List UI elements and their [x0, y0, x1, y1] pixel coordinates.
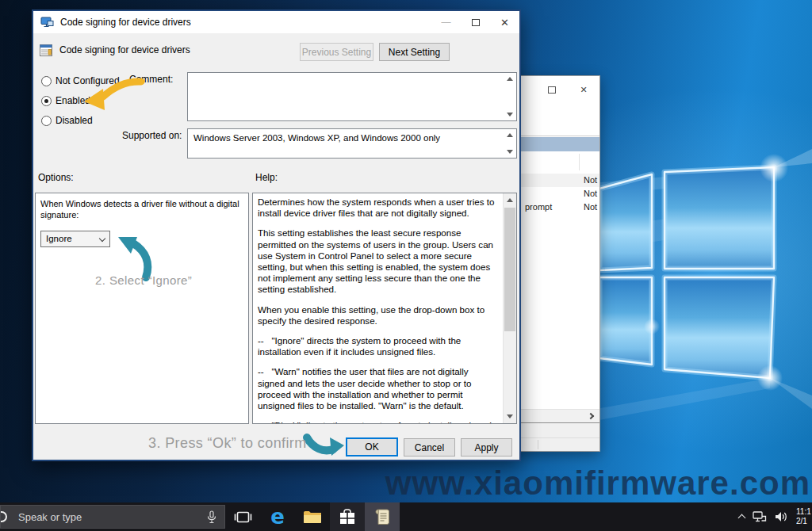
policy-name: prompt	[525, 201, 552, 214]
scroll-up-icon	[507, 198, 513, 202]
tray-chevron-up-icon[interactable]	[738, 514, 746, 522]
supported-on-label: Supported on:	[122, 130, 182, 141]
policy-list-row[interactable]: Not	[516, 187, 599, 201]
dialog-titlebar: Code signing for device drivers — ✕	[33, 11, 519, 33]
help-paragraph: When you enable this setting, use the dr…	[258, 304, 497, 327]
minimize-icon: —	[442, 17, 451, 28]
help-panel: Determines how the system responds when …	[252, 193, 517, 424]
maximize-icon	[548, 86, 556, 94]
policy-state: Not	[584, 187, 597, 201]
options-label: Options:	[38, 172, 74, 183]
setting-name: Code signing for device drivers	[59, 44, 190, 55]
edge-browser-button[interactable]: e	[260, 502, 295, 531]
microphone-icon[interactable]	[207, 510, 216, 524]
setting-name-row: Code signing for device drivers	[33, 40, 190, 60]
radio-circle	[41, 116, 52, 126]
chevron-down-icon	[99, 235, 105, 242]
close-button[interactable]: ✕	[490, 11, 519, 33]
radio-label: Disabled	[56, 115, 93, 126]
close-icon: ✕	[500, 17, 509, 29]
maximize-button[interactable]	[461, 11, 490, 33]
apply-button[interactable]: Apply	[461, 438, 512, 457]
file-explorer-icon	[303, 510, 322, 524]
supported-on-value: Windows Server 2003, Windows XP, and Win…	[193, 133, 440, 143]
cortana-icon	[0, 511, 7, 522]
maximize-icon	[472, 19, 480, 26]
ok-button[interactable]: OK	[346, 437, 398, 457]
clock[interactable]: 11:1 2/1	[796, 507, 812, 526]
radio-enabled[interactable]: Enabled	[41, 95, 90, 106]
dropdown-value: Ignore	[46, 234, 72, 243]
taskbar: e	[0, 502, 812, 531]
clock-date: 2/1	[796, 517, 812, 526]
policy-list-row[interactable]: Not	[516, 174, 599, 187]
radio-label: Enabled	[56, 95, 90, 106]
signature-response-dropdown[interactable]: Ignore	[40, 231, 110, 247]
policy-state: Not	[584, 201, 597, 214]
options-panel: When Windows detects a driver file witho…	[35, 193, 249, 424]
radio-not-configured[interactable]: Not Configured	[41, 75, 120, 86]
scroll-up-button[interactable]	[504, 193, 516, 207]
supported-on-field: Windows Server 2003, Windows XP, and Win…	[187, 128, 517, 159]
volume-icon[interactable]	[775, 511, 788, 522]
scroll-up-icon[interactable]	[507, 77, 513, 81]
file-explorer-button[interactable]	[295, 502, 330, 531]
options-description: When Windows detects a driver file witho…	[40, 198, 243, 220]
bg-window-titlebar: ✕	[516, 76, 599, 105]
group-policy-editor-window: ✕ Not Not prompt Not	[515, 75, 600, 452]
radio-circle	[41, 96, 52, 106]
watermark: www.xiaomifirmware.com	[385, 464, 810, 502]
previous-setting-button[interactable]: Previous Setting	[300, 43, 373, 61]
task-view-icon	[234, 511, 252, 523]
radio-label: Not Configured	[56, 75, 120, 86]
policy-setting-icon	[40, 44, 52, 56]
policy-dialog-icon	[40, 17, 54, 28]
bg-window-selected-band	[516, 137, 599, 151]
group-policy-editor-button[interactable]	[365, 502, 400, 531]
policy-state: Not	[584, 174, 597, 187]
dialog-title: Code signing for device drivers	[60, 17, 191, 28]
radio-circle	[41, 76, 52, 86]
comment-label: Comment:	[129, 74, 173, 85]
help-paragraph: -- "Warn" notifies the user that files a…	[258, 366, 497, 411]
scroll-down-button[interactable]	[504, 410, 516, 423]
bg-window-column-header	[516, 151, 599, 173]
store-icon	[339, 509, 356, 525]
help-paragraph: -- "Block" directs the system to refuse …	[258, 420, 497, 424]
bg-window-toolbar	[516, 105, 599, 136]
store-button[interactable]	[330, 502, 365, 531]
bg-status-bar-lower	[516, 437, 599, 451]
help-text: Determines how the system responds when …	[253, 193, 503, 424]
policy-setting-dialog: Code signing for device drivers — ✕ Code…	[32, 10, 521, 461]
clock-time: 11:1	[796, 507, 812, 517]
system-tray: 11:1 2/1	[739, 502, 812, 531]
scroll-down-icon	[507, 414, 513, 418]
bg-maximize-button[interactable]	[536, 76, 568, 103]
comment-field[interactable]	[187, 72, 517, 121]
next-setting-button[interactable]: Next Setting	[379, 43, 450, 61]
help-paragraph: Determines how the system responds when …	[258, 197, 497, 219]
edge-icon: e	[270, 506, 285, 527]
scroll-right-icon	[588, 413, 594, 419]
bg-status-bar	[516, 423, 599, 437]
scroll-down-icon[interactable]	[507, 150, 513, 154]
help-label: Help:	[255, 172, 278, 183]
cancel-button[interactable]: Cancel	[404, 438, 455, 457]
help-scrollbar[interactable]	[503, 193, 516, 423]
scroll-document-icon	[374, 508, 390, 525]
search-input[interactable]	[7, 511, 207, 523]
task-view-button[interactable]	[225, 502, 260, 531]
network-icon[interactable]	[753, 511, 767, 522]
scroll-up-icon[interactable]	[507, 133, 513, 137]
close-icon: ✕	[580, 85, 587, 95]
bg-close-button[interactable]: ✕	[568, 76, 599, 103]
radio-disabled[interactable]: Disabled	[41, 115, 93, 126]
cortana-search-box[interactable]	[0, 505, 225, 529]
bg-horizontal-scrollbar[interactable]	[516, 409, 599, 422]
scroll-down-icon[interactable]	[507, 113, 513, 117]
scrollbar-thumb[interactable]	[504, 208, 515, 331]
policy-list-row[interactable]: prompt Not	[516, 201, 599, 214]
desktop: www.xiaomifirmware.com ✕ Not Not prompt …	[0, 0, 812, 531]
help-paragraph: -- "Ignore" directs the system to procee…	[258, 335, 497, 357]
minimize-button: —	[431, 11, 461, 33]
